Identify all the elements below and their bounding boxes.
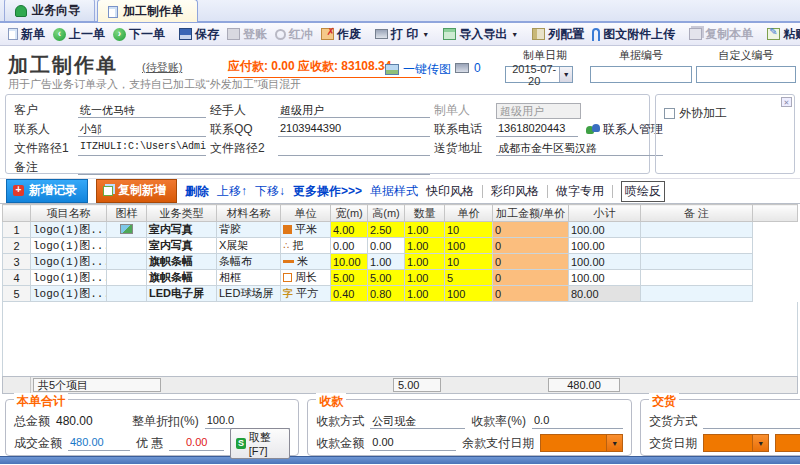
- project-name-cell[interactable]: logo(1)图...: [31, 270, 107, 286]
- qty-cell[interactable]: 1.00: [405, 238, 445, 254]
- height-cell[interactable]: 5.00: [368, 270, 405, 286]
- custom-no-input[interactable]: [696, 66, 796, 83]
- import-export-button[interactable]: 导入导出▼: [439, 24, 522, 45]
- width-cell[interactable]: 0.00: [331, 238, 368, 254]
- width-cell[interactable]: 0.40: [331, 286, 368, 302]
- deal-amount-input[interactable]: 480.00: [68, 436, 130, 451]
- qty-cell[interactable]: 1.00: [405, 286, 445, 302]
- column-config-button[interactable]: 列配置: [528, 24, 588, 45]
- discount-input[interactable]: 100.0: [205, 414, 291, 429]
- print-count[interactable]: 0: [455, 61, 481, 75]
- biztype-cell[interactable]: 旗帜条幅: [147, 254, 217, 270]
- row-number[interactable]: 4: [3, 270, 31, 286]
- processing-cell[interactable]: 0: [493, 286, 569, 302]
- material-cell[interactable]: 条幅布: [217, 254, 281, 270]
- new-order-button[interactable]: 新单: [4, 24, 49, 45]
- height-cell[interactable]: 1.00: [368, 254, 405, 270]
- price-cell[interactable]: 10: [445, 222, 493, 238]
- image-cell[interactable]: [107, 286, 147, 302]
- project-name-cell[interactable]: logo(1)图...: [31, 286, 107, 302]
- row-number[interactable]: 3: [3, 254, 31, 270]
- move-up-link[interactable]: 上移↑: [217, 183, 247, 200]
- unit-cell[interactable]: ∴把: [281, 238, 331, 254]
- price-cell[interactable]: 100: [445, 286, 493, 302]
- image-cell[interactable]: [107, 222, 147, 238]
- file-path2-input[interactable]: [278, 141, 430, 156]
- void-button[interactable]: 作废: [317, 24, 365, 45]
- style-inkjet-link[interactable]: 喷绘反: [621, 181, 665, 202]
- row-number[interactable]: 1: [3, 222, 31, 238]
- qq-input[interactable]: 2103944390: [278, 122, 430, 137]
- unit-cell[interactable]: 字平方: [281, 286, 331, 302]
- customer-input[interactable]: 统一优马特: [78, 103, 206, 118]
- processing-cell[interactable]: 0: [493, 222, 569, 238]
- balance-date-combo[interactable]: ▼: [540, 434, 623, 452]
- one-key-upload-link[interactable]: 一键传图: [385, 61, 451, 78]
- unit-cell[interactable]: 周长: [281, 270, 331, 286]
- price-cell[interactable]: 10: [445, 254, 493, 270]
- price-cell[interactable]: 5: [445, 270, 493, 286]
- payment-rate-input[interactable]: 0.0: [532, 414, 623, 429]
- qty-cell[interactable]: 1.00: [405, 254, 445, 270]
- biztype-cell[interactable]: 室内写真: [147, 222, 217, 238]
- material-cell[interactable]: 相框: [217, 270, 281, 286]
- price-cell[interactable]: 100: [445, 238, 493, 254]
- off-input[interactable]: 0.00: [169, 436, 224, 451]
- chevron-down-icon[interactable]: ▼: [606, 435, 622, 451]
- row-number[interactable]: 5: [3, 286, 31, 302]
- panel-corner-icon[interactable]: ✕: [781, 97, 792, 107]
- doc-no-input[interactable]: [590, 66, 692, 83]
- width-cell[interactable]: 5.00: [331, 270, 368, 286]
- round-button[interactable]: S 取整[F7]: [230, 428, 290, 459]
- prev-order-button[interactable]: ‹上一单: [49, 24, 109, 45]
- biztype-cell[interactable]: 室内写真: [147, 238, 217, 254]
- delivery-method-input[interactable]: [703, 414, 800, 429]
- material-cell[interactable]: LED球场屏: [217, 286, 281, 302]
- style-lettering-link[interactable]: 做字专用: [556, 183, 604, 200]
- payment-method-input[interactable]: 公司现金: [370, 414, 465, 429]
- image-cell[interactable]: [107, 270, 147, 286]
- delete-row-link[interactable]: 删除: [185, 183, 209, 200]
- note-cell[interactable]: [641, 270, 753, 286]
- phone-input[interactable]: 13618020443: [496, 122, 578, 137]
- qty-cell[interactable]: 1.00: [405, 270, 445, 286]
- image-cell[interactable]: [107, 254, 147, 270]
- height-cell[interactable]: 0.00: [368, 238, 405, 254]
- paste-screenshot-button[interactable]: 粘贴截图: [763, 24, 800, 45]
- handler-input[interactable]: 超级用户: [278, 103, 430, 118]
- note-cell[interactable]: [641, 286, 753, 302]
- processing-cell[interactable]: 0: [493, 270, 569, 286]
- note-cell[interactable]: [641, 222, 753, 238]
- processing-cell[interactable]: 0: [493, 254, 569, 270]
- width-cell[interactable]: 4.00: [331, 222, 368, 238]
- add-record-button[interactable]: + 新增记录: [6, 179, 88, 203]
- biztype-cell[interactable]: 旗帜条幅: [147, 270, 217, 286]
- tab-business-wizard[interactable]: 业务向导: [4, 0, 95, 21]
- qty-cell[interactable]: 1.00: [405, 222, 445, 238]
- material-cell[interactable]: 背胶: [217, 222, 281, 238]
- style-quick-print-link[interactable]: 快印风格: [426, 183, 474, 200]
- row-number[interactable]: 2: [3, 238, 31, 254]
- payment-amount-input[interactable]: 0.00: [370, 436, 456, 451]
- chevron-down-icon[interactable]: ▼: [559, 67, 572, 82]
- move-down-link[interactable]: 下移↓: [255, 183, 285, 200]
- contact-input[interactable]: 小邹: [78, 122, 206, 137]
- height-cell[interactable]: 2.50: [368, 222, 405, 238]
- grid-empty-area[interactable]: [2, 302, 798, 376]
- note-cell[interactable]: [641, 238, 753, 254]
- processing-cell[interactable]: 0: [493, 238, 569, 254]
- save-button[interactable]: 保存: [175, 24, 223, 45]
- delivery-time-spinner[interactable]: ▲▼: [775, 434, 800, 452]
- material-cell[interactable]: X展架: [217, 238, 281, 254]
- remark-input[interactable]: [78, 160, 430, 175]
- project-name-cell[interactable]: logo(1)图...: [31, 254, 107, 270]
- unit-cell[interactable]: 平米: [281, 222, 331, 238]
- contact-manage-button[interactable]: 联系人管理: [586, 121, 663, 138]
- project-name-cell[interactable]: logo(1)图...: [31, 222, 107, 238]
- copy-add-button[interactable]: 复制新增: [96, 179, 177, 203]
- address-input[interactable]: 成都市金牛区蜀汉路: [496, 141, 663, 156]
- doc-style-label[interactable]: 单据样式: [370, 183, 418, 200]
- make-date-combo[interactable]: 2015-07-20 ▼: [505, 66, 573, 83]
- attachment-upload-button[interactable]: 图文附件上传: [588, 24, 679, 45]
- outsourcing-checkbox[interactable]: 外协加工: [664, 105, 786, 122]
